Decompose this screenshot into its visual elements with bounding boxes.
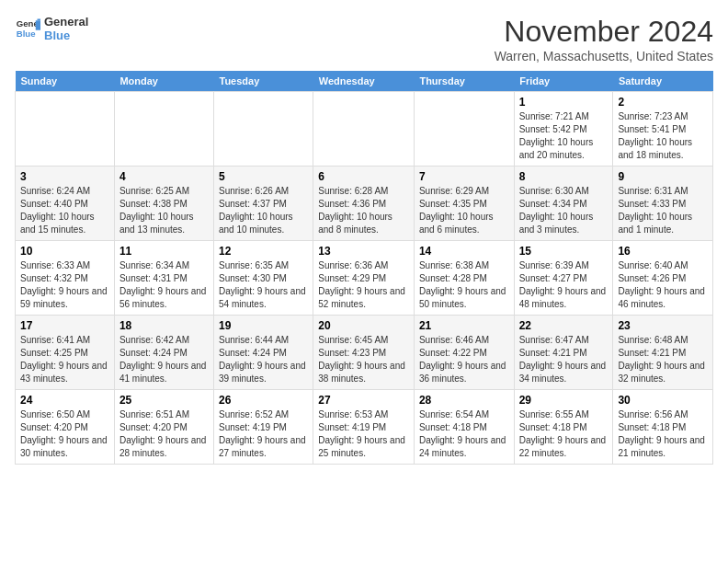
day-number: 25: [119, 394, 209, 407]
day-cell: 19Sunrise: 6:44 AM Sunset: 4:24 PM Dayli…: [214, 316, 313, 390]
day-info: Sunrise: 6:47 AM Sunset: 4:21 PM Dayligh…: [519, 334, 609, 385]
day-number: 7: [419, 170, 509, 183]
day-info: Sunrise: 6:45 AM Sunset: 4:23 PM Dayligh…: [318, 334, 409, 385]
day-cell: 27Sunrise: 6:53 AM Sunset: 4:19 PM Dayli…: [313, 390, 415, 465]
day-cell: 1Sunrise: 7:21 AM Sunset: 5:42 PM Daylig…: [514, 92, 613, 167]
week-row-2: 10Sunrise: 6:33 AM Sunset: 4:32 PM Dayli…: [16, 241, 713, 316]
day-cell: 3Sunrise: 6:24 AM Sunset: 4:40 PM Daylig…: [16, 167, 115, 241]
day-cell: 18Sunrise: 6:42 AM Sunset: 4:24 PM Dayli…: [114, 316, 213, 390]
day-number: 10: [20, 245, 109, 258]
day-number: 22: [519, 319, 609, 332]
day-cell: 29Sunrise: 6:55 AM Sunset: 4:18 PM Dayli…: [514, 390, 613, 465]
day-number: 9: [618, 170, 708, 183]
calendar-table: SundayMondayTuesdayWednesdayThursdayFrid…: [15, 71, 713, 465]
day-cell: 14Sunrise: 6:38 AM Sunset: 4:28 PM Dayli…: [414, 241, 514, 316]
day-info: Sunrise: 6:41 AM Sunset: 4:25 PM Dayligh…: [20, 334, 109, 385]
day-cell: 4Sunrise: 6:25 AM Sunset: 4:38 PM Daylig…: [114, 167, 213, 241]
header-tuesday: Tuesday: [214, 71, 313, 92]
day-info: Sunrise: 6:56 AM Sunset: 4:18 PM Dayligh…: [618, 408, 708, 460]
day-info: Sunrise: 6:53 AM Sunset: 4:19 PM Dayligh…: [318, 408, 409, 460]
day-cell: [16, 92, 115, 167]
header: General Blue General Blue November 2024 …: [15, 15, 713, 63]
header-sunday: Sunday: [16, 71, 115, 92]
day-cell: 16Sunrise: 6:40 AM Sunset: 4:26 PM Dayli…: [613, 241, 713, 316]
logo-general: General: [44, 15, 88, 29]
day-number: 19: [219, 319, 308, 332]
svg-marker-2: [36, 20, 40, 30]
day-info: Sunrise: 6:52 AM Sunset: 4:19 PM Dayligh…: [219, 408, 308, 460]
week-row-1: 3Sunrise: 6:24 AM Sunset: 4:40 PM Daylig…: [16, 167, 713, 241]
day-info: Sunrise: 6:55 AM Sunset: 4:18 PM Dayligh…: [519, 408, 609, 460]
day-cell: 23Sunrise: 6:48 AM Sunset: 4:21 PM Dayli…: [613, 316, 713, 390]
day-cell: [214, 92, 313, 167]
logo: General Blue General Blue: [15, 15, 88, 42]
week-row-3: 17Sunrise: 6:41 AM Sunset: 4:25 PM Dayli…: [16, 316, 713, 390]
day-number: 6: [318, 170, 409, 183]
day-number: 16: [618, 245, 708, 258]
day-info: Sunrise: 6:36 AM Sunset: 4:29 PM Dayligh…: [318, 259, 409, 311]
day-cell: 25Sunrise: 6:51 AM Sunset: 4:20 PM Dayli…: [114, 390, 213, 465]
day-cell: 10Sunrise: 6:33 AM Sunset: 4:32 PM Dayli…: [16, 241, 115, 316]
day-cell: 21Sunrise: 6:46 AM Sunset: 4:22 PM Dayli…: [414, 316, 514, 390]
day-number: 23: [618, 319, 708, 332]
day-number: 27: [318, 394, 409, 407]
day-info: Sunrise: 6:54 AM Sunset: 4:18 PM Dayligh…: [419, 408, 509, 460]
day-number: 12: [219, 245, 308, 258]
day-info: Sunrise: 6:38 AM Sunset: 4:28 PM Dayligh…: [419, 259, 509, 311]
day-cell: 22Sunrise: 6:47 AM Sunset: 4:21 PM Dayli…: [514, 316, 613, 390]
header-saturday: Saturday: [613, 71, 713, 92]
day-cell: 8Sunrise: 6:30 AM Sunset: 4:34 PM Daylig…: [514, 167, 613, 241]
day-info: Sunrise: 6:51 AM Sunset: 4:20 PM Dayligh…: [119, 408, 209, 460]
logo-blue: Blue: [44, 29, 88, 42]
day-cell: 17Sunrise: 6:41 AM Sunset: 4:25 PM Dayli…: [16, 316, 115, 390]
header-friday: Friday: [514, 71, 613, 92]
day-cell: 13Sunrise: 6:36 AM Sunset: 4:29 PM Dayli…: [313, 241, 415, 316]
day-cell: 9Sunrise: 6:31 AM Sunset: 4:33 PM Daylig…: [613, 167, 713, 241]
header-wednesday: Wednesday: [313, 71, 415, 92]
day-number: 2: [618, 96, 708, 109]
day-cell: 30Sunrise: 6:56 AM Sunset: 4:18 PM Dayli…: [613, 390, 713, 465]
header-monday: Monday: [114, 71, 213, 92]
day-cell: 12Sunrise: 6:35 AM Sunset: 4:30 PM Dayli…: [214, 241, 313, 316]
day-number: 11: [119, 245, 209, 258]
logo-icon: General Blue: [15, 16, 40, 41]
day-info: Sunrise: 6:29 AM Sunset: 4:35 PM Dayligh…: [419, 185, 509, 236]
day-number: 8: [519, 170, 609, 183]
day-number: 30: [618, 394, 708, 407]
day-info: Sunrise: 6:42 AM Sunset: 4:24 PM Dayligh…: [119, 334, 209, 385]
svg-text:Blue: Blue: [17, 29, 36, 39]
day-number: 24: [20, 394, 109, 407]
day-number: 20: [318, 319, 409, 332]
month-title: November 2024: [495, 15, 713, 49]
day-info: Sunrise: 6:50 AM Sunset: 4:20 PM Dayligh…: [20, 408, 109, 460]
day-cell: [414, 92, 514, 167]
day-number: 1: [519, 96, 609, 109]
title-area: November 2024 Warren, Massachusetts, Uni…: [495, 15, 713, 63]
day-number: 17: [20, 319, 109, 332]
day-number: 15: [519, 245, 609, 258]
day-info: Sunrise: 6:44 AM Sunset: 4:24 PM Dayligh…: [219, 334, 308, 385]
day-cell: 28Sunrise: 6:54 AM Sunset: 4:18 PM Dayli…: [414, 390, 514, 465]
day-info: Sunrise: 6:30 AM Sunset: 4:34 PM Dayligh…: [519, 185, 609, 236]
day-number: 18: [119, 319, 209, 332]
day-info: Sunrise: 6:34 AM Sunset: 4:31 PM Dayligh…: [119, 259, 209, 311]
day-info: Sunrise: 6:25 AM Sunset: 4:38 PM Dayligh…: [119, 185, 209, 236]
day-info: Sunrise: 7:23 AM Sunset: 5:41 PM Dayligh…: [618, 110, 708, 162]
day-number: 13: [318, 245, 409, 258]
svg-marker-3: [38, 19, 41, 21]
day-cell: 26Sunrise: 6:52 AM Sunset: 4:19 PM Dayli…: [214, 390, 313, 465]
day-number: 14: [419, 245, 509, 258]
day-cell: 15Sunrise: 6:39 AM Sunset: 4:27 PM Dayli…: [514, 241, 613, 316]
day-number: 26: [219, 394, 308, 407]
day-info: Sunrise: 6:46 AM Sunset: 4:22 PM Dayligh…: [419, 334, 509, 385]
day-info: Sunrise: 6:26 AM Sunset: 4:37 PM Dayligh…: [219, 185, 308, 236]
day-number: 28: [419, 394, 509, 407]
day-info: Sunrise: 6:24 AM Sunset: 4:40 PM Dayligh…: [20, 185, 109, 236]
calendar-header-row: SundayMondayTuesdayWednesdayThursdayFrid…: [16, 71, 713, 92]
day-info: Sunrise: 6:31 AM Sunset: 4:33 PM Dayligh…: [618, 185, 708, 236]
day-info: Sunrise: 6:33 AM Sunset: 4:32 PM Dayligh…: [20, 259, 109, 311]
location-title: Warren, Massachusetts, United States: [495, 49, 713, 63]
day-number: 3: [20, 170, 109, 183]
day-info: Sunrise: 6:39 AM Sunset: 4:27 PM Dayligh…: [519, 259, 609, 311]
day-number: 29: [519, 394, 609, 407]
